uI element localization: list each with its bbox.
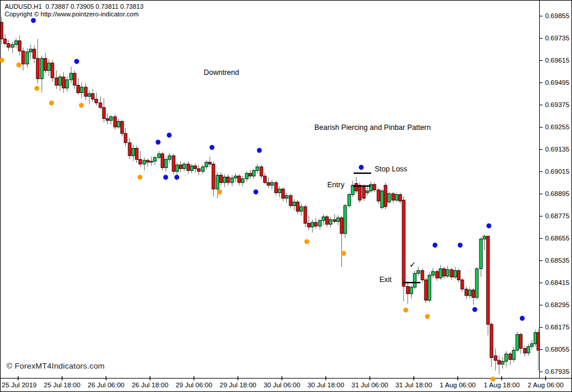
candlestick-chart-canvas[interactable]: 0.698550.697350.696150.694950.693750.692… <box>0 0 572 392</box>
bear-candle <box>95 99 98 102</box>
bear-candle <box>44 59 47 71</box>
signal-dot-orange <box>217 190 222 194</box>
bull-candle <box>530 344 533 347</box>
signal-dot-orange <box>491 377 495 381</box>
signal-dot-blue <box>254 190 258 194</box>
bear-candle <box>314 222 317 226</box>
signal-dot-blue <box>210 145 214 150</box>
bear-candle <box>362 187 365 198</box>
exit-label: Exit <box>379 276 392 284</box>
bull-candle <box>109 117 112 121</box>
price-tick-label: 0.69615 <box>545 57 570 64</box>
time-axis-label: 30 Jul 18:00 <box>307 381 344 388</box>
bear-candle <box>267 183 270 185</box>
bear-candle <box>91 94 94 99</box>
price-tick-label: 0.68775 <box>545 212 570 219</box>
bull-candle <box>150 161 153 163</box>
bull-candle <box>381 191 383 208</box>
bull-candle <box>417 270 420 273</box>
time-axis-label: 31 Jul 06:00 <box>351 381 388 388</box>
bull-candle <box>329 219 332 224</box>
bear-candle <box>333 219 336 221</box>
bull-candle <box>132 148 135 156</box>
bear-candle <box>208 162 211 164</box>
time-axis-label: 31 Jul 18:00 <box>395 381 432 388</box>
bear-candle <box>326 217 328 225</box>
bear-candle <box>450 270 453 277</box>
bull-candle <box>468 290 471 296</box>
bull-candle <box>29 49 32 52</box>
bear-candle <box>18 41 21 51</box>
signal-dot-orange <box>138 175 142 180</box>
bear-candle <box>172 156 175 171</box>
signal-dot-blue <box>156 140 160 145</box>
signal-dot-orange <box>341 251 346 256</box>
signal-dot-orange <box>304 239 309 244</box>
bear-candle <box>406 286 409 294</box>
bear-candle <box>124 133 127 143</box>
signal-dot-orange <box>425 314 430 319</box>
bear-candle <box>194 166 197 169</box>
bull-candle <box>439 269 442 278</box>
bull-candle <box>344 206 347 234</box>
bear-candle <box>494 356 497 360</box>
signal-dot-blue <box>31 18 36 23</box>
price-tick-label: 0.69015 <box>545 168 570 175</box>
bear-candle <box>457 270 460 280</box>
bull-candle <box>270 183 273 185</box>
bear-candle <box>402 200 405 286</box>
bull-candle <box>176 165 179 171</box>
bear-candle <box>490 324 493 357</box>
bull-candle <box>534 333 537 344</box>
bear-candle <box>307 223 310 227</box>
bear-candle <box>498 360 501 364</box>
time-axis-label: 29 Jul 18:00 <box>220 381 256 388</box>
price-tick-label: 0.68175 <box>545 324 570 331</box>
bear-candle <box>187 164 190 170</box>
entry-label: Entry <box>327 181 344 189</box>
bull-candle <box>153 157 156 161</box>
bull-candle <box>40 59 43 79</box>
bull-candle <box>527 346 530 353</box>
chart-title: AUDUSD,H1 0.73887 0.73905 0.73811 0.7381… <box>5 3 143 11</box>
signal-dot-orange <box>79 103 84 108</box>
bear-candle <box>84 87 87 97</box>
price-tick-label: 0.68655 <box>545 235 570 242</box>
signal-dot-blue <box>520 316 525 321</box>
bear-candle <box>399 195 402 201</box>
price-tick-label: 0.69855 <box>545 12 570 19</box>
bear-candle <box>296 202 299 211</box>
signal-dot-blue <box>257 148 262 153</box>
time-axis-label: 25 Jul 2019 <box>2 381 36 388</box>
signal-dot-orange <box>16 63 21 67</box>
downtrend-label: Downtrend <box>204 68 239 77</box>
bear-candle <box>7 43 10 47</box>
bull-candle <box>348 195 351 206</box>
bull-candle <box>223 177 226 183</box>
bull-candle <box>413 273 416 287</box>
time-axis-label: 26 Jul 06:00 <box>88 381 125 388</box>
bear-candle <box>424 280 427 300</box>
bull-candle <box>165 159 167 167</box>
bull-candle <box>318 221 321 226</box>
bull-candle <box>505 354 508 362</box>
bear-candle <box>523 348 526 353</box>
bear-candle <box>73 73 76 85</box>
bear-candle <box>146 160 149 162</box>
bear-candle <box>436 271 439 278</box>
signal-dot-orange <box>0 58 4 63</box>
price-tick-label: 0.69255 <box>545 123 570 130</box>
price-tick-label: 0.69495 <box>545 79 570 86</box>
bear-candle <box>139 159 142 164</box>
time-axis-label: 2 Aug 06:00 <box>528 381 563 388</box>
bull-candle <box>410 287 413 294</box>
bull-candle <box>143 160 146 164</box>
bear-candle <box>179 165 182 169</box>
bull-candle <box>337 218 340 221</box>
bull-candle <box>245 173 248 179</box>
bear-candle <box>263 176 266 183</box>
bear-candle <box>373 184 376 190</box>
time-axis-label: 1 Aug 18:00 <box>484 381 519 388</box>
bull-candle <box>428 275 431 300</box>
signal-dot-orange <box>403 308 408 312</box>
